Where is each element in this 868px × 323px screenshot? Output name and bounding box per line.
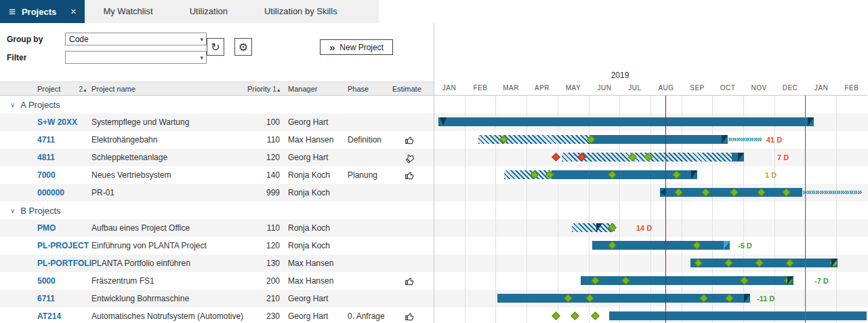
project-code[interactable]: PL-PORTFOLIO	[37, 259, 91, 268]
bar-end-marker	[787, 276, 793, 285]
chevron-down-icon: ▾	[200, 36, 203, 43]
double-chevron-icon: »	[329, 41, 333, 53]
header-estimate-label: Estimate	[392, 85, 421, 93]
bar-end-marker	[744, 294, 750, 303]
milestone-diamond-green[interactable]	[571, 311, 579, 320]
header-priority[interactable]: Priority 1▲	[247, 85, 288, 93]
tab-my-watchlist[interactable]: My Watchlist	[85, 0, 171, 23]
manager-value: Georg Hart	[288, 311, 348, 321]
priority-value: 230	[247, 311, 288, 321]
priority-value: 140	[247, 170, 288, 180]
project-name: PLANTA Portfolio einführen	[91, 259, 247, 268]
hamburger-menu-icon[interactable]: ≡	[9, 6, 16, 18]
gantt-bar-arrows[interactable]: »»»»»»»»»»»»»»	[802, 188, 867, 197]
delay-label: -7 D	[814, 277, 829, 285]
month-label: NOV	[743, 81, 774, 95]
thumbs-up-icon[interactable]	[405, 311, 415, 322]
milestone-diamond-red[interactable]	[552, 153, 560, 162]
gantt-bar-hatched[interactable]	[478, 135, 590, 144]
delay-label: 14 D	[636, 224, 652, 232]
tab-projects-active[interactable]: ≡ Projects ×	[0, 0, 85, 23]
settings-button[interactable]: ⚙	[234, 38, 252, 56]
sort-asc-icon: ▲	[276, 88, 281, 92]
bar-end-marker	[596, 223, 602, 232]
priority-value: 120	[247, 241, 288, 250]
refresh-button[interactable]: ↻	[207, 38, 224, 56]
gantt-bar-solid[interactable]	[690, 259, 838, 267]
project-name: Einführung von PLANTA Project	[91, 241, 247, 250]
header-priority-label: Priority	[247, 85, 270, 93]
project-code[interactable]: 4711	[37, 135, 91, 145]
thumbs-sideways-icon[interactable]	[402, 150, 417, 164]
gantt-bar-solid[interactable]	[497, 294, 750, 303]
delay-label: -11 D	[757, 294, 774, 303]
gantt-bar-solid[interactable]	[609, 311, 867, 320]
gantt-bar-arrows[interactable]: »»»»»»»»	[728, 135, 766, 144]
tab-utilization-by-skills[interactable]: Utilization by Skills	[246, 0, 356, 23]
project-name: Entwicklung Bohrmaschine	[91, 294, 247, 303]
gantt-bar-hatched[interactable]	[504, 170, 552, 179]
milestone-diamond-green[interactable]	[591, 311, 600, 320]
chevron-down-icon[interactable]: ∨	[10, 207, 15, 214]
manager-value: Ronja Koch	[288, 188, 348, 197]
project-code[interactable]: 6711	[37, 294, 91, 303]
bar-end-marker	[831, 259, 838, 267]
gantt-row: -7 D	[434, 272, 867, 290]
thumbs-up-icon[interactable]	[405, 170, 415, 180]
thumbs-up-icon[interactable]	[405, 135, 415, 145]
chevron-down-icon[interactable]: ∨	[10, 101, 15, 109]
delay-label: 1 D	[765, 171, 777, 179]
month-label: JUN	[589, 81, 620, 95]
month-label: FEB	[836, 81, 867, 95]
group-by-label: Group by	[7, 35, 43, 44]
header-manager[interactable]: Manager	[288, 85, 348, 93]
bar-end-marker	[660, 188, 666, 196]
project-code[interactable]: 7000	[37, 170, 91, 180]
priority-value: 200	[247, 276, 288, 286]
manager-value: Georg Hart	[288, 294, 348, 303]
group-by-select[interactable]: Code ▾	[65, 33, 207, 45]
header-project[interactable]: Project 2▲	[37, 85, 91, 93]
phase-value: Planung	[348, 170, 392, 180]
header-project-name-label: Project name	[91, 85, 136, 93]
sort-indicator-priority[interactable]: 1▲	[272, 85, 281, 93]
project-code[interactable]: PL-PROJECT	[37, 241, 91, 250]
project-code[interactable]: S+W 20XX	[37, 117, 91, 127]
gantt-bar-solid[interactable]	[581, 276, 793, 285]
project-code[interactable]: AT214	[37, 311, 91, 321]
planta-project-window: ≡ Projects × My Watchlist Utilization Ut…	[0, 0, 868, 323]
project-name: Automatisches Notrufsystem (Automotive)	[91, 311, 247, 321]
milestone-diamond-green[interactable]	[552, 311, 560, 320]
header-phase[interactable]: Phase	[348, 85, 392, 93]
gantt-bar-solid[interactable]	[438, 117, 814, 126]
manager-value: Georg Hart	[288, 117, 348, 127]
gantt-row: -11 D	[434, 290, 867, 307]
gantt-bar-solid[interactable]	[590, 135, 728, 144]
project-code[interactable]: PMO	[37, 223, 91, 233]
month-label: AUG	[650, 81, 682, 95]
delay-label: 7 D	[777, 153, 789, 162]
sort-indicator-project[interactable]: 2▲	[79, 85, 88, 93]
priority-value: 110	[247, 135, 288, 145]
month-label: APR	[526, 81, 558, 95]
estimate-cell	[392, 153, 434, 163]
project-code[interactable]: 4811	[37, 153, 91, 162]
bar-end-marker	[691, 170, 697, 179]
estimate-cell	[392, 135, 434, 145]
month-label: JUL	[619, 81, 650, 95]
project-code[interactable]: 5000	[37, 276, 91, 286]
pane-divider[interactable]	[434, 23, 434, 323]
thumbs-up-icon[interactable]	[405, 276, 415, 286]
project-code[interactable]: 000000	[37, 188, 91, 197]
new-project-button[interactable]: » New Project	[320, 39, 393, 55]
tab-utilization[interactable]: Utilization	[171, 0, 246, 23]
month-label: JAN	[434, 81, 465, 95]
header-estimate[interactable]: Estimate	[392, 85, 434, 93]
filter-select[interactable]: ▾	[65, 51, 207, 64]
manager-value: Max Hansen	[288, 276, 348, 286]
priority-value: 120	[247, 153, 288, 162]
header-project-name[interactable]: Project name	[91, 85, 247, 93]
close-tab-icon[interactable]: ×	[70, 6, 76, 17]
priority-value: 210	[247, 294, 288, 303]
gear-icon: ⚙	[239, 41, 248, 54]
